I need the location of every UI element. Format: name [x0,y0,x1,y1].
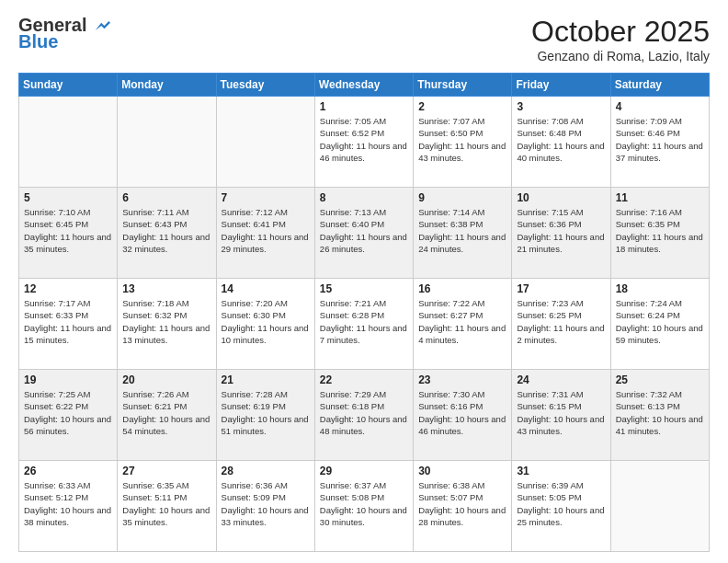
table-row: 4Sunrise: 7:09 AM Sunset: 6:46 PM Daylig… [610,97,709,188]
day-number: 8 [320,191,408,204]
day-info: Sunrise: 7:09 AM Sunset: 6:46 PM Dayligh… [616,115,704,164]
day-number: 27 [122,465,210,477]
day-number: 30 [418,465,506,477]
table-row: 14Sunrise: 7:20 AM Sunset: 6:30 PM Dayli… [216,279,314,370]
table-row: 10Sunrise: 7:15 AM Sunset: 6:36 PM Dayli… [512,188,610,279]
table-row: 1Sunrise: 7:05 AM Sunset: 6:52 PM Daylig… [314,97,413,188]
day-number: 12 [24,282,112,295]
table-row: 23Sunrise: 7:30 AM Sunset: 6:16 PM Dayli… [414,370,512,461]
col-sunday: Sunday [19,74,118,97]
calendar-week-row: 1Sunrise: 7:05 AM Sunset: 6:52 PM Daylig… [19,97,710,188]
day-number: 9 [418,191,506,204]
day-number: 4 [616,100,704,113]
day-number: 22 [320,373,408,386]
table-row: 3Sunrise: 7:08 AM Sunset: 6:48 PM Daylig… [512,97,610,188]
day-info: Sunrise: 7:11 AM Sunset: 6:43 PM Dayligh… [122,206,210,255]
col-tuesday: Tuesday [216,74,314,97]
day-info: Sunrise: 7:14 AM Sunset: 6:38 PM Dayligh… [418,206,506,255]
day-info: Sunrise: 7:25 AM Sunset: 6:22 PM Dayligh… [24,388,112,437]
day-info: Sunrise: 7:21 AM Sunset: 6:28 PM Dayligh… [320,297,408,346]
day-info: Sunrise: 7:22 AM Sunset: 6:27 PM Dayligh… [418,297,506,346]
day-number: 1 [320,100,408,113]
day-number: 15 [320,282,408,295]
table-row [216,97,314,188]
table-row: 17Sunrise: 7:23 AM Sunset: 6:25 PM Dayli… [512,279,610,370]
day-info: Sunrise: 7:32 AM Sunset: 6:13 PM Dayligh… [616,388,704,437]
calendar-header-row: Sunday Monday Tuesday Wednesday Thursday… [19,74,710,97]
svg-marker-0 [96,21,110,30]
table-row: 18Sunrise: 7:24 AM Sunset: 6:24 PM Dayli… [610,279,709,370]
day-info: Sunrise: 7:16 AM Sunset: 6:35 PM Dayligh… [616,206,704,255]
day-number: 24 [517,373,605,386]
table-row: 15Sunrise: 7:21 AM Sunset: 6:28 PM Dayli… [314,279,413,370]
table-row: 28Sunrise: 6:36 AM Sunset: 5:09 PM Dayli… [216,461,314,552]
day-info: Sunrise: 7:23 AM Sunset: 6:25 PM Dayligh… [517,297,605,346]
table-row: 25Sunrise: 7:32 AM Sunset: 6:13 PM Dayli… [610,370,709,461]
day-number: 19 [24,373,112,386]
day-number: 29 [320,465,408,477]
table-row: 27Sunrise: 6:35 AM Sunset: 5:11 PM Dayli… [118,461,216,552]
table-row [118,97,216,188]
calendar-week-row: 5Sunrise: 7:10 AM Sunset: 6:45 PM Daylig… [19,188,710,279]
calendar-table: Sunday Monday Tuesday Wednesday Thursday… [18,73,710,552]
col-saturday: Saturday [610,74,709,97]
table-row [19,97,118,188]
table-row: 11Sunrise: 7:16 AM Sunset: 6:35 PM Dayli… [610,188,709,279]
day-number: 17 [517,282,605,295]
day-info: Sunrise: 7:24 AM Sunset: 6:24 PM Dayligh… [616,297,704,346]
table-row: 13Sunrise: 7:18 AM Sunset: 6:32 PM Dayli… [118,279,216,370]
day-info: Sunrise: 7:08 AM Sunset: 6:48 PM Dayligh… [517,115,605,164]
day-info: Sunrise: 7:15 AM Sunset: 6:36 PM Dayligh… [517,206,605,255]
day-info: Sunrise: 7:31 AM Sunset: 6:15 PM Dayligh… [517,388,605,437]
day-number: 31 [517,465,605,477]
calendar-week-row: 26Sunrise: 6:33 AM Sunset: 5:12 PM Dayli… [19,461,710,552]
table-row: 29Sunrise: 6:37 AM Sunset: 5:08 PM Dayli… [314,461,413,552]
day-info: Sunrise: 6:35 AM Sunset: 5:11 PM Dayligh… [122,479,210,528]
day-number: 2 [418,100,506,113]
col-monday: Monday [118,74,216,97]
day-info: Sunrise: 7:28 AM Sunset: 6:19 PM Dayligh… [222,388,310,437]
header: General Blue October 2025 Genzano di Rom… [18,15,710,63]
table-row: 16Sunrise: 7:22 AM Sunset: 6:27 PM Dayli… [414,279,512,370]
location: Genzano di Roma, Lazio, Italy [531,49,710,63]
day-info: Sunrise: 7:05 AM Sunset: 6:52 PM Dayligh… [320,115,408,164]
table-row: 31Sunrise: 6:39 AM Sunset: 5:05 PM Dayli… [512,461,610,552]
day-number: 11 [616,191,704,204]
day-info: Sunrise: 7:30 AM Sunset: 6:16 PM Dayligh… [418,388,506,437]
day-number: 13 [122,282,210,295]
day-info: Sunrise: 7:12 AM Sunset: 6:41 PM Dayligh… [222,206,310,255]
table-row: 26Sunrise: 6:33 AM Sunset: 5:12 PM Dayli… [19,461,118,552]
month-title: October 2025 [531,15,710,49]
table-row: 6Sunrise: 7:11 AM Sunset: 6:43 PM Daylig… [118,188,216,279]
day-number: 10 [517,191,605,204]
day-info: Sunrise: 7:10 AM Sunset: 6:45 PM Dayligh… [24,206,112,255]
day-number: 23 [418,373,506,386]
table-row: 8Sunrise: 7:13 AM Sunset: 6:40 PM Daylig… [314,188,413,279]
calendar-week-row: 12Sunrise: 7:17 AM Sunset: 6:33 PM Dayli… [19,279,710,370]
day-info: Sunrise: 7:18 AM Sunset: 6:32 PM Dayligh… [122,297,210,346]
day-number: 14 [222,282,310,295]
col-thursday: Thursday [414,74,512,97]
table-row: 2Sunrise: 7:07 AM Sunset: 6:50 PM Daylig… [414,97,512,188]
table-row [610,461,709,552]
day-number: 18 [616,282,704,295]
logo-blue-text: Blue [18,31,58,52]
day-info: Sunrise: 6:37 AM Sunset: 5:08 PM Dayligh… [320,479,408,528]
day-number: 26 [24,465,112,477]
day-number: 3 [517,100,605,113]
table-row: 19Sunrise: 7:25 AM Sunset: 6:22 PM Dayli… [19,370,118,461]
day-info: Sunrise: 7:20 AM Sunset: 6:30 PM Dayligh… [222,297,310,346]
day-number: 20 [122,373,210,386]
page: General Blue October 2025 Genzano di Rom… [0,0,728,563]
table-row: 22Sunrise: 7:29 AM Sunset: 6:18 PM Dayli… [314,370,413,461]
calendar-week-row: 19Sunrise: 7:25 AM Sunset: 6:22 PM Dayli… [19,370,710,461]
day-number: 25 [616,373,704,386]
day-info: Sunrise: 6:36 AM Sunset: 5:09 PM Dayligh… [222,479,310,528]
day-info: Sunrise: 6:39 AM Sunset: 5:05 PM Dayligh… [517,479,605,528]
logo: General Blue [18,15,110,52]
table-row: 20Sunrise: 7:26 AM Sunset: 6:21 PM Dayli… [118,370,216,461]
table-row: 5Sunrise: 7:10 AM Sunset: 6:45 PM Daylig… [19,188,118,279]
day-info: Sunrise: 6:33 AM Sunset: 5:12 PM Dayligh… [24,479,112,528]
day-info: Sunrise: 7:29 AM Sunset: 6:18 PM Dayligh… [320,388,408,437]
table-row: 9Sunrise: 7:14 AM Sunset: 6:38 PM Daylig… [414,188,512,279]
